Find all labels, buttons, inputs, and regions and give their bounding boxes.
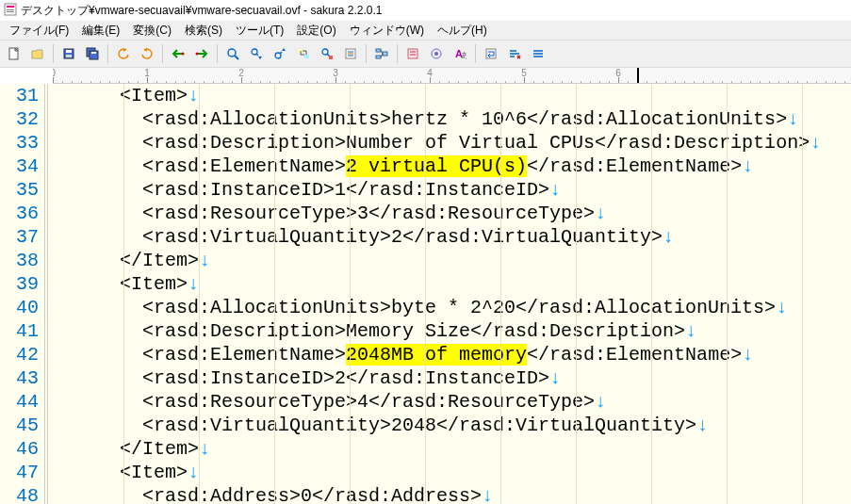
menu-conv[interactable]: 変換(C) xyxy=(127,22,177,40)
code-line[interactable]: </Item>↓ xyxy=(52,437,851,461)
code-line[interactable]: <rasd:ResourceType>4</rasd:ResourceType>… xyxy=(52,390,851,414)
svg-point-15 xyxy=(228,49,236,57)
menu-file[interactable]: ファイル(F) xyxy=(4,22,74,40)
eol-marker-icon: ↓ xyxy=(595,203,606,224)
replace-button[interactable] xyxy=(293,43,314,64)
eol-marker-icon: ↓ xyxy=(188,273,199,295)
save-button[interactable] xyxy=(58,43,79,64)
line-number: 35 xyxy=(0,178,39,202)
search-prev-button[interactable] xyxy=(270,43,290,64)
code-line[interactable]: <Item>↓ xyxy=(52,84,851,107)
line-number: 37 xyxy=(0,225,39,249)
code-line[interactable]: <Item>↓ xyxy=(52,461,851,484)
line-number: 44 xyxy=(0,390,39,414)
line-number: 34 xyxy=(0,154,39,178)
toolbar-separator xyxy=(397,44,398,63)
svg-text:あ: あ xyxy=(461,51,466,59)
code-line[interactable]: <rasd:Description>Memory Size</rasd:Desc… xyxy=(52,319,851,343)
code-line[interactable]: <rasd:AllocationUnits>byte * 2^20</rasd:… xyxy=(52,296,851,319)
svg-rect-25 xyxy=(329,56,333,59)
line-number: 38 xyxy=(0,249,39,272)
redo-button[interactable] xyxy=(137,43,157,64)
svg-rect-31 xyxy=(376,56,381,58)
line-number-gutter: 313233343536373839404142434445464748 xyxy=(0,84,45,504)
toolbar-separator xyxy=(162,44,163,63)
line-number: 45 xyxy=(0,414,39,437)
svg-point-39 xyxy=(434,52,438,56)
eol-marker-icon: ↓ xyxy=(549,179,561,201)
editor-area: 313233343536373839404142434445464748 <It… xyxy=(0,84,851,504)
code-line[interactable]: <rasd:Description>Number of Virtual CPUs… xyxy=(52,131,851,154)
undo-button[interactable] xyxy=(113,43,134,64)
menu-tool[interactable]: ツール(T) xyxy=(230,22,289,40)
code-line[interactable]: <rasd:VirtualQuantity>2048</rasd:Virtual… xyxy=(52,414,851,437)
new-file-button[interactable] xyxy=(4,43,25,64)
eol-marker-icon: ↓ xyxy=(742,155,753,177)
menu-window[interactable]: ウィンドウ(W) xyxy=(344,22,430,40)
code-line[interactable]: <rasd:ElementName>2 virtual CPU(s)</rasd… xyxy=(52,154,851,178)
menu-setting[interactable]: 設定(O) xyxy=(291,22,341,40)
line-number: 36 xyxy=(0,202,39,225)
eol-marker-icon: ↓ xyxy=(199,438,210,460)
eol-marker-icon: ↓ xyxy=(663,226,674,248)
eol-marker-icon: ↓ xyxy=(742,344,753,366)
code-line[interactable]: <rasd:AllocationUnits>hertz * 10^6</rasd… xyxy=(52,107,851,131)
eol-marker-icon: ↓ xyxy=(810,132,821,154)
search-next-button[interactable] xyxy=(246,43,267,64)
menu-help[interactable]: ヘルプ(H) xyxy=(432,22,493,40)
search-mark-button[interactable] xyxy=(317,43,337,64)
line-number: 46 xyxy=(0,437,39,461)
line-number: 31 xyxy=(0,84,39,107)
grep-button[interactable] xyxy=(340,43,361,64)
svg-line-18 xyxy=(256,54,258,56)
eol-marker-icon: ↓ xyxy=(595,391,606,413)
wrap-window-button[interactable] xyxy=(481,43,501,64)
wrap-none-button[interactable] xyxy=(528,43,548,64)
menu-edit[interactable]: 編集(E) xyxy=(76,22,125,40)
toolbar-separator xyxy=(107,44,108,63)
eol-marker-icon: ↓ xyxy=(696,415,708,436)
code-line[interactable]: <rasd:Address>0</rasd:Address>↓ xyxy=(52,484,851,504)
menu-bar: ファイル(F) 編集(E) 変換(C) 検索(S) ツール(T) 設定(O) ウ… xyxy=(0,21,851,40)
toolbar-separator xyxy=(475,44,476,63)
svg-line-20 xyxy=(280,52,282,54)
svg-rect-35 xyxy=(408,49,417,58)
line-number: 41 xyxy=(0,319,39,343)
code-line[interactable]: </Item>↓ xyxy=(52,249,851,272)
save-all-button[interactable] xyxy=(82,43,103,64)
common-prop-button[interactable] xyxy=(426,43,447,64)
app-icon xyxy=(4,3,17,19)
code-line[interactable]: <rasd:InstanceID>2</rasd:InstanceID>↓ xyxy=(52,366,851,390)
eol-marker-icon: ↓ xyxy=(549,367,561,389)
svg-rect-22 xyxy=(304,55,309,58)
open-file-button[interactable] xyxy=(27,43,48,64)
svg-rect-2 xyxy=(7,9,14,10)
wrap-setting-button[interactable] xyxy=(504,43,525,64)
toolbar-separator xyxy=(366,44,367,63)
code-line[interactable]: <rasd:InstanceID>1</rasd:InstanceID>↓ xyxy=(52,178,851,202)
eol-marker-icon: ↓ xyxy=(199,250,210,271)
code-line[interactable]: <rasd:ElementName>2048MB of memory</rasd… xyxy=(52,343,851,366)
jump-fwd-button[interactable] xyxy=(191,43,212,64)
line-number: 42 xyxy=(0,343,39,366)
eol-marker-icon: ↓ xyxy=(685,320,696,342)
type-prop-button[interactable] xyxy=(402,43,423,64)
font-button[interactable]: Aあ xyxy=(450,43,470,64)
outline-button[interactable] xyxy=(371,43,392,64)
code-area[interactable]: <Item>↓ <rasd:AllocationUnits>hertz * 10… xyxy=(47,84,851,504)
menu-search[interactable]: 検索(S) xyxy=(179,22,228,40)
code-line[interactable]: <Item>↓ xyxy=(52,272,851,296)
svg-rect-6 xyxy=(66,50,72,53)
toolbar: Aあ xyxy=(0,40,851,68)
jump-back-button[interactable] xyxy=(168,43,188,64)
svg-rect-3 xyxy=(7,11,14,12)
code-line[interactable]: <rasd:ResourceType>3</rasd:ResourceType>… xyxy=(52,202,851,225)
code-line[interactable]: <rasd:VirtualQuantity>2</rasd:VirtualQua… xyxy=(52,225,851,249)
svg-rect-1 xyxy=(7,6,14,8)
svg-point-14 xyxy=(196,53,199,56)
line-number: 48 xyxy=(0,484,39,504)
search-button[interactable] xyxy=(222,43,243,64)
line-number: 32 xyxy=(0,107,39,131)
title-bar: デスクトップ¥vmware-secuavail¥vmware-secuavail… xyxy=(0,0,851,21)
line-number: 47 xyxy=(0,461,39,484)
